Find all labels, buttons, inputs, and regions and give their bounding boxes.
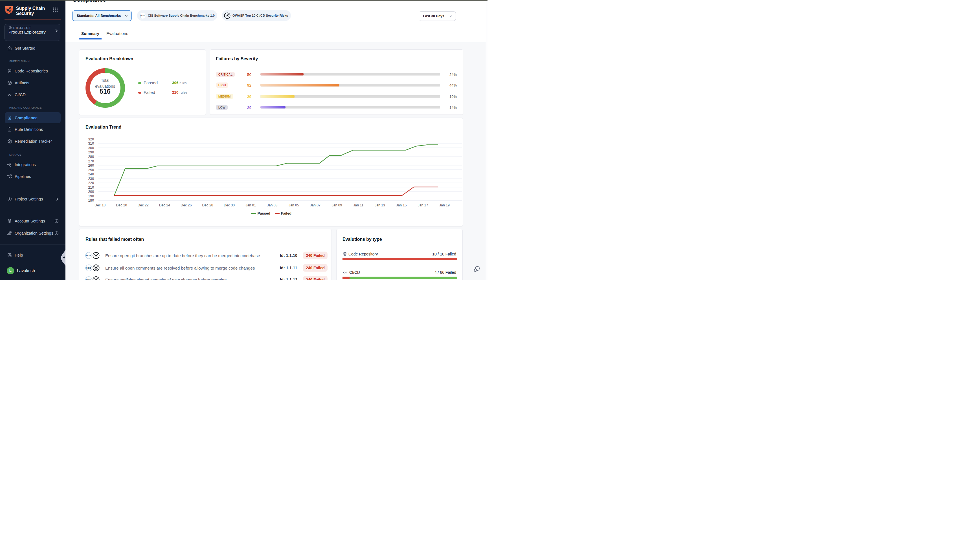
svg-text:180: 180	[88, 198, 94, 202]
svg-text:CIS: CIS	[87, 267, 91, 269]
svg-text:Jan 13: Jan 13	[375, 203, 385, 207]
svg-text:Dec 28: Dec 28	[202, 203, 213, 207]
svg-text:220: 220	[88, 181, 94, 185]
svg-text:Jan 15: Jan 15	[396, 203, 407, 207]
svg-text:300: 300	[88, 146, 94, 150]
svg-text:280: 280	[88, 155, 94, 159]
svg-text:CIS: CIS	[141, 15, 145, 17]
svg-text:Jan 07: Jan 07	[310, 203, 321, 207]
svg-text:270: 270	[88, 159, 94, 163]
svg-text:Jan 19: Jan 19	[439, 203, 450, 207]
svg-text:210: 210	[88, 185, 94, 190]
svg-text:250: 250	[88, 168, 94, 172]
svg-text:CIS: CIS	[87, 254, 91, 257]
svg-text:CIS: CIS	[87, 278, 91, 280]
svg-text:240: 240	[88, 172, 94, 176]
svg-text:320: 320	[88, 137, 94, 141]
svg-text:Jan 09: Jan 09	[332, 203, 342, 207]
svg-text:230: 230	[88, 177, 94, 181]
svg-text:Dec 26: Dec 26	[180, 203, 192, 207]
svg-text:Jan 05: Jan 05	[289, 203, 299, 207]
svg-text:200: 200	[88, 190, 94, 194]
svg-text:310: 310	[88, 142, 94, 145]
svg-text:Dec 18: Dec 18	[95, 203, 105, 207]
svg-text:Dec 20: Dec 20	[116, 203, 127, 207]
svg-text:Jan 01: Jan 01	[245, 203, 256, 207]
svg-text:Dec 30: Dec 30	[224, 203, 235, 207]
svg-text:Jan 17: Jan 17	[418, 203, 428, 207]
svg-text:Jan 03: Jan 03	[267, 203, 277, 207]
svg-text:190: 190	[88, 194, 94, 198]
svg-text:Dec 24: Dec 24	[159, 203, 170, 207]
svg-text:290: 290	[88, 150, 94, 154]
svg-text:Dec 22: Dec 22	[138, 203, 149, 207]
svg-text:260: 260	[88, 163, 94, 167]
svg-text:Jan 11: Jan 11	[353, 203, 363, 207]
